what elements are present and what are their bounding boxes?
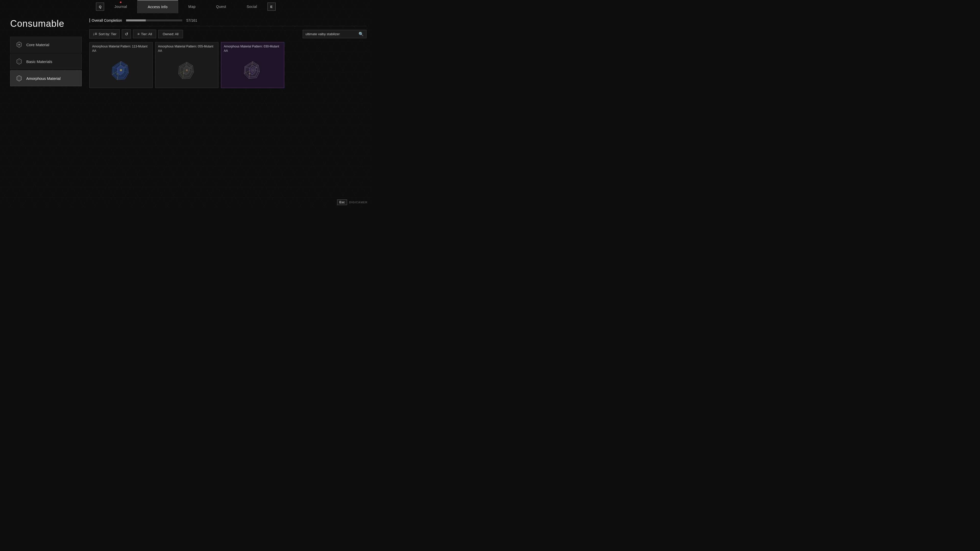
nav-item-journal[interactable]: Journal: [104, 0, 137, 13]
svg-point-27: [183, 73, 184, 74]
page-title: Consumable: [10, 18, 82, 29]
sidebar-item-core-material[interactable]: Core Material: [10, 37, 82, 52]
items-grid: Amorphous Material Pattern: 113-Mutant A…: [89, 42, 366, 88]
reset-icon: ↺: [125, 32, 128, 37]
completion-section: Overall Completion 57/161: [89, 18, 366, 22]
item-image-030: [221, 55, 284, 88]
basic-materials-icon: [16, 58, 23, 65]
nav-item-access-info[interactable]: Access Info: [137, 0, 178, 13]
tier-icon: ≡: [137, 32, 139, 36]
right-panel: Overall Completion 57/161 ↓≡ Sort by: Ti…: [89, 18, 366, 203]
core-material-icon: [16, 41, 23, 48]
item-card-055[interactable]: Amorphous Material Pattern: 055-Mutant A…: [155, 42, 218, 88]
sidebar: Consumable Core Material Basic Materials: [10, 18, 82, 203]
svg-point-26: [190, 68, 191, 68]
item-label-055: Amorphous Material Pattern: 055-Mutant A…: [156, 42, 218, 55]
reset-button[interactable]: ↺: [122, 29, 131, 38]
svg-marker-3: [17, 59, 22, 64]
sort-icon: ↓≡: [93, 32, 97, 36]
item-label-030: Amorphous Material Pattern: 030-Mutant A…: [221, 42, 284, 55]
svg-point-36: [249, 73, 250, 74]
nav-item-map[interactable]: Map: [178, 0, 206, 13]
filter-row: ↓≡ Sort by: Tier ↺ ≡ Tier: All Owned: Al…: [89, 29, 366, 38]
nav-key-q[interactable]: Q: [96, 3, 104, 11]
amorphous-material-icon: [16, 75, 23, 82]
search-button[interactable]: 🔍: [359, 32, 364, 37]
search-icon: 🔍: [359, 32, 364, 37]
section-divider: [89, 26, 366, 26]
notification-dot: [120, 2, 121, 3]
item-label-113: Amorphous Material Pattern: 113-Mutant A…: [89, 42, 152, 55]
search-input[interactable]: [305, 30, 356, 38]
sort-button[interactable]: ↓≡ Sort by: Tier: [89, 29, 120, 38]
watermark: DIGICAMER: [349, 201, 368, 204]
item-image-055: [156, 55, 218, 88]
svg-point-16: [120, 69, 122, 71]
crystal-svg-030: [241, 60, 264, 83]
search-container: 🔍: [303, 30, 366, 38]
nav-item-social[interactable]: Social: [236, 0, 267, 13]
owned-filter[interactable]: Owned: All: [158, 30, 183, 38]
main-content: Consumable Core Material Basic Materials: [0, 13, 372, 208]
esc-control[interactable]: Esc: [337, 200, 347, 205]
completion-count: 57/161: [186, 18, 197, 22]
sidebar-item-amorphous-material[interactable]: Amorphous Material: [10, 70, 82, 86]
svg-point-35: [256, 67, 257, 68]
nav-item-quest[interactable]: Quest: [206, 0, 237, 13]
item-card-113[interactable]: Amorphous Material Pattern: 113-Mutant A…: [89, 42, 153, 88]
crystal-svg-113: [110, 60, 132, 83]
completion-bar: [126, 19, 182, 21]
top-navigation: Q Journal Access Info Map Quest Social E: [0, 0, 372, 13]
item-card-030[interactable]: Amorphous Material Pattern: 030-Mutant A…: [221, 42, 284, 88]
item-image-113: [89, 55, 152, 88]
svg-point-17: [125, 67, 126, 68]
svg-point-25: [186, 69, 188, 71]
svg-point-18: [117, 73, 118, 75]
sidebar-item-basic-materials[interactable]: Basic Materials: [10, 54, 82, 69]
svg-point-2: [18, 44, 20, 45]
completion-bar-fill: [126, 19, 146, 21]
tier-filter[interactable]: ≡ Tier: All: [133, 30, 156, 38]
completion-label: Overall Completion: [92, 18, 122, 22]
nav-key-e[interactable]: E: [267, 3, 275, 11]
crystal-svg-055: [175, 60, 198, 83]
svg-marker-4: [18, 60, 20, 63]
bottom-controls: Esc DIGICAMER: [337, 200, 368, 205]
esc-key-label[interactable]: Esc: [337, 200, 347, 205]
